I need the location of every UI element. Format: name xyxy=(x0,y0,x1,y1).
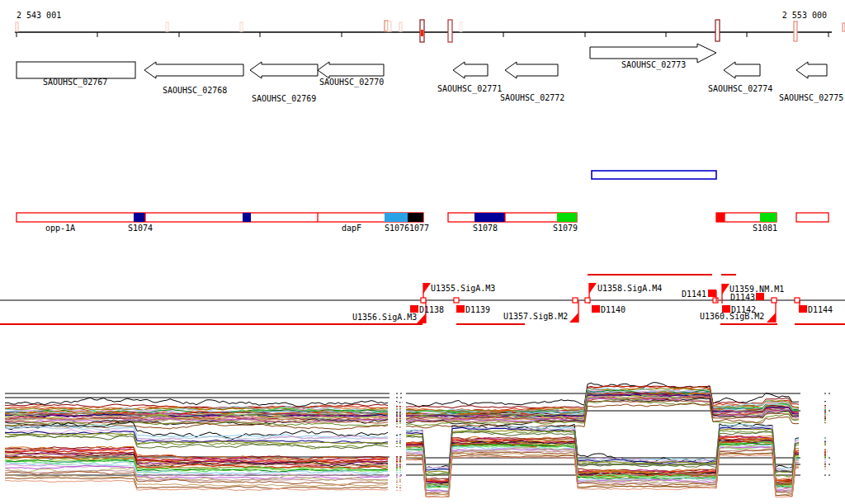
terminator-label: D1142 xyxy=(731,305,756,314)
ruler-variant-marker[interactable] xyxy=(240,22,243,31)
connector-square xyxy=(454,298,459,303)
expression-series xyxy=(396,458,403,459)
terminator-box-d1144[interactable] xyxy=(799,305,807,313)
srna-segment[interactable] xyxy=(474,213,505,222)
srna-label: S1081 xyxy=(753,224,777,233)
gene-label: SAOUHSC_02769 xyxy=(252,94,316,104)
expression-series xyxy=(824,445,828,446)
srna-label: dapF xyxy=(342,224,361,233)
connector-square xyxy=(795,298,800,303)
srna-segment[interactable] xyxy=(760,213,777,222)
ruler-variant-marker[interactable] xyxy=(794,21,797,41)
expression-series xyxy=(396,436,403,437)
terminator-label: D1138 xyxy=(419,305,444,314)
expression-series xyxy=(824,401,828,402)
terminator-box-d1140[interactable] xyxy=(592,305,600,313)
expression-series xyxy=(824,451,828,452)
connector-square xyxy=(421,298,426,303)
srna-label: S1074 xyxy=(128,224,153,233)
expression-series xyxy=(396,401,403,403)
terminator-box-d1139[interactable] xyxy=(456,305,465,313)
srna-segment[interactable] xyxy=(557,213,577,222)
gene-track xyxy=(17,44,827,78)
srna-segment[interactable] xyxy=(408,213,423,222)
terminator-label: D1143 xyxy=(730,293,755,302)
tss-flag-label: U1356.SigA.M3 xyxy=(352,313,417,322)
expression-series xyxy=(396,443,403,444)
gene-arrow-saouhsc_02774[interactable] xyxy=(724,62,760,78)
ruler-variant-marker[interactable] xyxy=(399,22,402,31)
blue-outline-box[interactable] xyxy=(592,171,716,179)
gene-arrow-saouhsc_02769[interactable] xyxy=(250,62,318,78)
srna-label: S1079 xyxy=(553,224,578,233)
gene-arrow-saouhsc_02768[interactable] xyxy=(144,62,243,78)
terminator-box-d1141[interactable] xyxy=(708,290,716,297)
gene-label: SAOUHSC_02772 xyxy=(500,93,564,103)
srna-label: 1077 xyxy=(409,224,429,233)
srna-segment[interactable] xyxy=(716,213,725,222)
connector-square xyxy=(573,298,578,303)
expression-series xyxy=(396,476,403,477)
ruler-variant-marker-fill xyxy=(421,30,423,36)
terminator-box-d1143[interactable] xyxy=(756,293,764,300)
expression-series xyxy=(824,440,828,441)
gene-label: SAOUHSC_02770 xyxy=(319,78,384,87)
expression-series xyxy=(396,488,403,488)
srna-segment[interactable] xyxy=(134,213,145,222)
ruler-variant-marker[interactable] xyxy=(448,20,452,42)
gene-label: SAOUHSC_02775 xyxy=(779,93,843,103)
ruler-track xyxy=(15,20,845,42)
expression-series xyxy=(824,407,828,407)
srna-label: S1078 xyxy=(473,224,498,233)
srna-bar[interactable] xyxy=(796,213,828,222)
gene-arrow-saouhsc_02770[interactable] xyxy=(318,62,384,78)
expression-series xyxy=(396,482,403,483)
tss-flag-down[interactable] xyxy=(569,313,578,323)
ruler-variant-marker[interactable] xyxy=(16,22,18,31)
tss-flag-down[interactable] xyxy=(417,313,426,323)
ruler-end-coordinate: 2 553 000 xyxy=(782,11,827,20)
tss-flag-up[interactable] xyxy=(589,283,597,294)
srna-segment[interactable] xyxy=(243,213,251,222)
tss-flag-up[interactable] xyxy=(423,283,431,294)
expression-series xyxy=(396,440,403,441)
expression-series xyxy=(396,415,403,416)
terminator-label: D1141 xyxy=(682,290,706,299)
genome-browser-view: 2 543 001 2 553 000 SAOUHSC_02767SAOUHSC… xyxy=(0,0,845,504)
gene-arrow-saouhsc_02771[interactable] xyxy=(453,62,488,78)
terminator-label: D1139 xyxy=(465,305,490,314)
expression-series xyxy=(824,443,828,444)
expression-series xyxy=(824,422,828,423)
expression-series xyxy=(396,478,403,479)
ruler-variant-marker[interactable] xyxy=(460,22,462,31)
expression-series xyxy=(396,416,403,417)
srna-track xyxy=(17,171,828,222)
terminator-label: D1140 xyxy=(601,305,625,314)
ruler-variant-marker[interactable] xyxy=(166,22,168,31)
tss-flag-down[interactable] xyxy=(767,313,776,323)
expression-series xyxy=(396,411,403,412)
expression-series xyxy=(396,480,403,481)
gene-arrow-saouhsc_02772[interactable] xyxy=(505,62,558,78)
connector-square xyxy=(585,298,590,303)
tracks-canvas: SAOUHSC_02767SAOUHSC_02768SAOUHSC_02769S… xyxy=(0,0,845,504)
gene-arrow-saouhsc_02775[interactable] xyxy=(796,62,827,78)
srna-label: opp-1A xyxy=(45,224,75,233)
expression-series xyxy=(824,469,828,470)
gene-arrow-saouhsc_02767[interactable] xyxy=(17,62,135,78)
tss-flag-up[interactable] xyxy=(722,284,729,294)
srna-segment[interactable] xyxy=(385,213,408,222)
expression-series xyxy=(396,485,403,487)
expression-series xyxy=(396,469,403,469)
expression-series xyxy=(396,426,403,427)
ruler-variant-marker[interactable] xyxy=(385,21,388,31)
srna-bar[interactable] xyxy=(17,213,423,222)
tss-flag-label: U1357.SigB.M2 xyxy=(503,312,568,321)
connector-square xyxy=(713,298,718,303)
ruler-variant-marker[interactable] xyxy=(715,20,720,41)
expression-series xyxy=(824,450,828,450)
srna-label: S1076 xyxy=(385,224,409,233)
expression-series xyxy=(396,459,403,460)
gene-label: SAOUHSC_02768 xyxy=(163,86,227,96)
ruler-variant-marker[interactable] xyxy=(388,21,391,31)
